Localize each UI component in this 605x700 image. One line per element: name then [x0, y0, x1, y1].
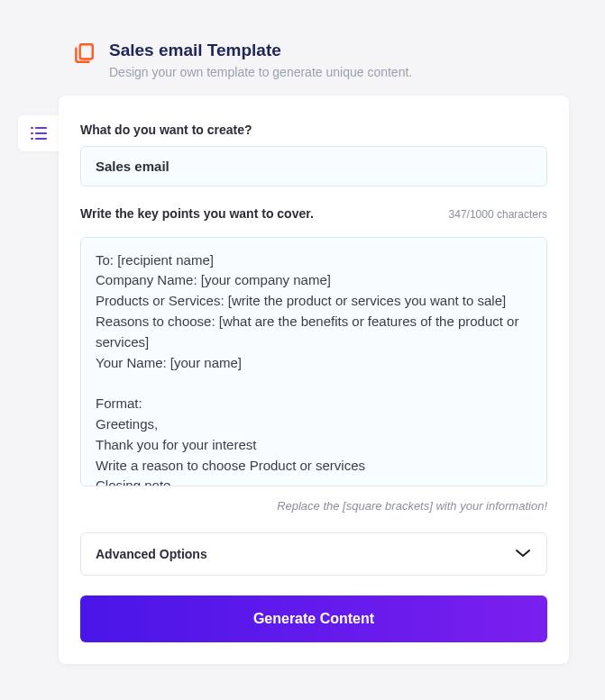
keypoints-label: Write the key points you want to cover.	[80, 206, 314, 221]
chevron-down-icon	[514, 546, 532, 562]
advanced-label: Advanced Options	[96, 547, 207, 561]
create-input[interactable]	[80, 146, 547, 186]
copy-icon	[72, 41, 96, 65]
keypoints-textarea[interactable]	[80, 237, 547, 486]
hint-text: Replace the [square brackets] with your …	[80, 499, 547, 513]
advanced-options-toggle[interactable]: Advanced Options	[80, 532, 547, 576]
template-form-card: What do you want to create? Write the ke…	[59, 95, 569, 664]
svg-rect-0	[80, 44, 93, 59]
generate-button[interactable]: Generate Content	[80, 595, 547, 642]
templates-list-tab[interactable]	[18, 115, 59, 151]
char-count: 347/1000 characters	[449, 208, 547, 221]
page-title: Sales email Template	[109, 40, 412, 62]
page-header: Sales email Template Design your own tem…	[0, 0, 605, 79]
create-label: What do you want to create?	[80, 123, 547, 137]
page-subtitle: Design your own template to generate uni…	[109, 65, 412, 79]
list-icon	[29, 125, 49, 141]
